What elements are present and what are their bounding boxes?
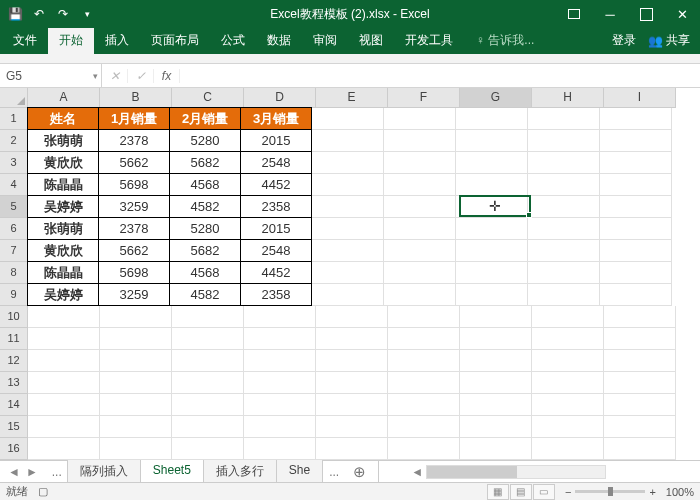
cell-I9[interactable] <box>600 284 672 306</box>
column-header-F[interactable]: F <box>388 88 460 108</box>
row-header-7[interactable]: 7 <box>0 240 28 262</box>
minimize-button[interactable]: ─ <box>592 0 628 28</box>
cell-D10[interactable] <box>244 306 316 328</box>
cell-H8[interactable] <box>528 262 600 284</box>
cell-E13[interactable] <box>316 372 388 394</box>
cell-H11[interactable] <box>532 328 604 350</box>
cell-F13[interactable] <box>388 372 460 394</box>
cell-E5[interactable] <box>312 196 384 218</box>
row-header-3[interactable]: 3 <box>0 152 28 174</box>
cell-C5[interactable]: 4582 <box>169 195 241 218</box>
cell-I4[interactable] <box>600 174 672 196</box>
cells-area[interactable]: 姓名1月销量2月销量3月销量张萌萌237852802015黄欣欣56625682… <box>28 108 676 468</box>
cell-C6[interactable]: 5280 <box>169 217 241 240</box>
cell-I13[interactable] <box>604 372 676 394</box>
cell-E2[interactable] <box>312 130 384 152</box>
cell-C1[interactable]: 2月销量 <box>169 107 241 130</box>
cell-A1[interactable]: 姓名 <box>27 107 99 130</box>
tab-页面布局[interactable]: 页面布局 <box>140 27 210 54</box>
cell-A8[interactable]: 陈晶晶 <box>27 261 99 284</box>
select-all-corner[interactable] <box>0 88 28 108</box>
tab-插入[interactable]: 插入 <box>94 27 140 54</box>
cell-D15[interactable] <box>244 416 316 438</box>
cell-C2[interactable]: 5280 <box>169 129 241 152</box>
cell-G3[interactable] <box>456 152 528 174</box>
cell-D9[interactable]: 2358 <box>240 283 312 306</box>
cell-I16[interactable] <box>604 438 676 460</box>
cell-F10[interactable] <box>388 306 460 328</box>
cell-G15[interactable] <box>460 416 532 438</box>
cell-B2[interactable]: 2378 <box>98 129 170 152</box>
cell-I6[interactable] <box>600 218 672 240</box>
cell-D16[interactable] <box>244 438 316 460</box>
sheet-tab-隔列插入[interactable]: 隔列插入 <box>67 460 141 484</box>
cell-I1[interactable] <box>600 108 672 130</box>
cell-B9[interactable]: 3259 <box>98 283 170 306</box>
close-button[interactable]: ✕ <box>664 0 700 28</box>
sheet-nav-prev-icon[interactable]: ◄ <box>6 465 22 479</box>
cell-E15[interactable] <box>316 416 388 438</box>
cell-I2[interactable] <box>600 130 672 152</box>
row-header-10[interactable]: 10 <box>0 306 28 328</box>
cell-H14[interactable] <box>532 394 604 416</box>
cell-D13[interactable] <box>244 372 316 394</box>
cell-D11[interactable] <box>244 328 316 350</box>
cell-A14[interactable] <box>28 394 100 416</box>
cell-H13[interactable] <box>532 372 604 394</box>
sheet-overflow-right[interactable]: ... <box>323 465 345 479</box>
cell-E8[interactable] <box>312 262 384 284</box>
sheet-nav-next-icon[interactable]: ► <box>24 465 40 479</box>
cell-F14[interactable] <box>388 394 460 416</box>
cell-E1[interactable] <box>312 108 384 130</box>
cell-G5[interactable] <box>456 196 528 218</box>
cell-E6[interactable] <box>312 218 384 240</box>
row-header-8[interactable]: 8 <box>0 262 28 284</box>
cell-H4[interactable] <box>528 174 600 196</box>
cell-D7[interactable]: 2548 <box>240 239 312 262</box>
column-header-C[interactable]: C <box>172 88 244 108</box>
cell-A15[interactable] <box>28 416 100 438</box>
cell-D3[interactable]: 2548 <box>240 151 312 174</box>
cell-F15[interactable] <box>388 416 460 438</box>
cell-B13[interactable] <box>100 372 172 394</box>
cell-A3[interactable]: 黄欣欣 <box>27 151 99 174</box>
view-pagebreak-button[interactable]: ▭ <box>533 484 555 500</box>
cell-G14[interactable] <box>460 394 532 416</box>
cell-F11[interactable] <box>388 328 460 350</box>
column-header-I[interactable]: I <box>604 88 676 108</box>
cell-F8[interactable] <box>384 262 456 284</box>
cell-D14[interactable] <box>244 394 316 416</box>
cell-H10[interactable] <box>532 306 604 328</box>
column-header-A[interactable]: A <box>28 88 100 108</box>
cell-C3[interactable]: 5682 <box>169 151 241 174</box>
new-sheet-button[interactable]: ⊕ <box>345 463 374 481</box>
cell-C15[interactable] <box>172 416 244 438</box>
row-header-9[interactable]: 9 <box>0 284 28 306</box>
cell-I7[interactable] <box>600 240 672 262</box>
cell-H15[interactable] <box>532 416 604 438</box>
cell-F2[interactable] <box>384 130 456 152</box>
cell-B8[interactable]: 5698 <box>98 261 170 284</box>
zoom-out-button[interactable]: − <box>565 486 571 498</box>
cell-G2[interactable] <box>456 130 528 152</box>
sheet-tab-She[interactable]: She <box>276 460 323 484</box>
cell-B3[interactable]: 5662 <box>98 151 170 174</box>
cell-C14[interactable] <box>172 394 244 416</box>
namebox-dropdown-icon[interactable]: ▾ <box>93 71 98 81</box>
cell-G7[interactable] <box>456 240 528 262</box>
cell-G1[interactable] <box>456 108 528 130</box>
row-header-14[interactable]: 14 <box>0 394 28 416</box>
cell-C11[interactable] <box>172 328 244 350</box>
cell-A5[interactable]: 吴婷婷 <box>27 195 99 218</box>
cell-D12[interactable] <box>244 350 316 372</box>
sheet-tab-Sheet5[interactable]: Sheet5 <box>140 460 204 484</box>
cell-H2[interactable] <box>528 130 600 152</box>
hscroll-thumb[interactable] <box>427 466 517 478</box>
cell-G9[interactable] <box>456 284 528 306</box>
redo-icon[interactable]: ↷ <box>52 3 74 25</box>
cell-G6[interactable] <box>456 218 528 240</box>
cell-E9[interactable] <box>312 284 384 306</box>
row-header-13[interactable]: 13 <box>0 372 28 394</box>
cell-A2[interactable]: 张萌萌 <box>27 129 99 152</box>
hscroll-track[interactable] <box>426 465 606 479</box>
